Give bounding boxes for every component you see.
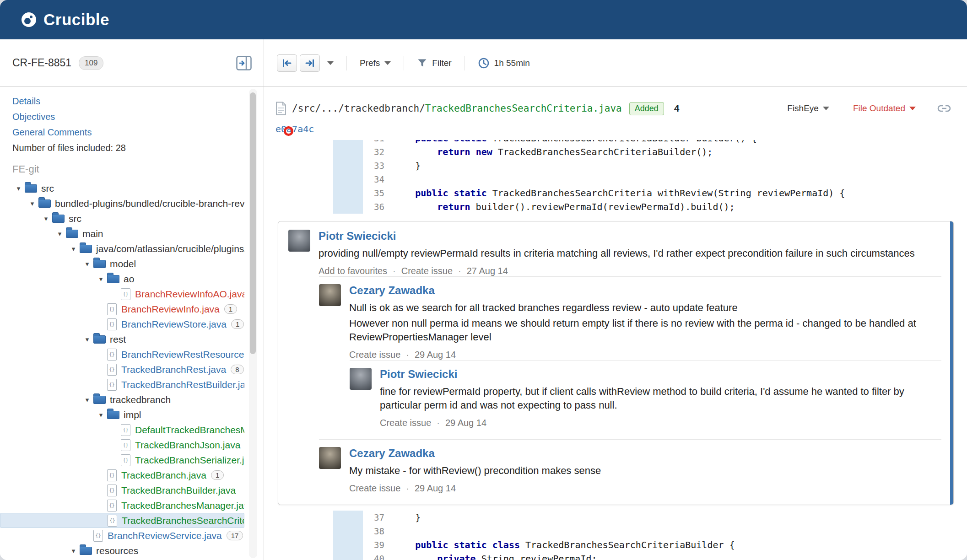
line-number[interactable]: 34: [363, 172, 389, 186]
code-line: 31 public static TrackedBranchesSearchCr…: [270, 140, 961, 145]
tree-item-folder[interactable]: ▾ao: [0, 271, 244, 286]
expander-icon[interactable]: ▾: [67, 547, 80, 555]
sidebar-scrollbar-thumb[interactable]: [250, 92, 256, 354]
line-number[interactable]: 36: [363, 200, 389, 214]
comment-header: Piotr Swiecickiproviding null/empty revi…: [288, 230, 941, 276]
tree-item-folder[interactable]: ▾rest: [0, 332, 244, 347]
file-icon: {}: [107, 364, 117, 376]
tree-item-file[interactable]: {}TrackedBranchRestBuilder.jav: [0, 377, 244, 392]
tree-item-folder[interactable]: ▾java/com/atlassian/crucible/plugins/br: [0, 241, 244, 256]
tree-item-file[interactable]: {}TrackedBranchRest.java8: [0, 362, 244, 377]
crucible-logo-icon: [20, 11, 38, 28]
line-number[interactable]: 40: [363, 552, 389, 560]
comment-action-add-to-favourites[interactable]: Add to favourites: [319, 266, 387, 276]
tree-item-file[interactable]: {}TrackedBranchJson.java: [0, 437, 244, 452]
tree-item-file[interactable]: {}TrackedBranch.java1: [0, 468, 244, 483]
tree-item-folder[interactable]: ▾bundled-plugins/bundled/crucible-branch…: [0, 196, 244, 211]
fisheye-dropdown[interactable]: FishEye: [787, 103, 829, 113]
crucible-window: Crucible CR-FE-8851 109 Prefs: [0, 0, 967, 560]
tree-item-label: TrackedBranch.java: [121, 470, 206, 481]
tree-item-folder[interactable]: ▾main: [0, 226, 244, 241]
comment-footer: Add to favourites·Create issue·27 Aug 14: [319, 266, 941, 276]
line-number[interactable]: 33: [363, 159, 389, 172]
comment-action-create-issue[interactable]: Create issue: [380, 418, 431, 428]
comment-action-create-issue[interactable]: Create issue: [349, 483, 400, 494]
review-count-badge: 109: [79, 56, 103, 70]
comment-count-badge: 8: [231, 365, 243, 374]
comment-action-create-issue[interactable]: Create issue: [401, 266, 453, 276]
tree-item-folder[interactable]: ▾model: [0, 256, 244, 271]
comment-body: Null is ok as we search for all tracked …: [349, 301, 941, 344]
code-gutter: [270, 552, 333, 560]
tree-item-folder[interactable]: ▾resources: [0, 543, 244, 558]
code-text: private String reviewPermaId;: [389, 552, 597, 560]
filter-button[interactable]: Filter: [417, 58, 451, 68]
line-number[interactable]: 31: [363, 140, 389, 145]
tree-item-file[interactable]: {}BranchReviewInfoAO.java: [0, 286, 244, 302]
line-number[interactable]: 32: [363, 145, 389, 159]
red-circle-annotation: [284, 126, 293, 136]
code-text: return new TrackedBranchesSearchCriteria…: [389, 145, 713, 159]
collapse-sidebar-button[interactable]: [236, 56, 252, 70]
tree-item-file[interactable]: {}: [0, 558, 244, 560]
tree-item-folder[interactable]: ▾src: [0, 181, 244, 196]
sidebar-link-general-comments[interactable]: General Comments: [12, 124, 264, 140]
comment-count-badge: 17: [227, 531, 243, 540]
tree-item-file[interactable]: {}BranchReviewRestResource.ja: [0, 347, 244, 362]
comment-author[interactable]: Cezary Zawadka: [349, 447, 941, 460]
comment-author[interactable]: Cezary Zawadka: [349, 284, 941, 297]
sidebar-link-details[interactable]: Details: [12, 93, 264, 109]
comment-content: Piotr Swiecickiproviding null/empty revi…: [319, 230, 941, 276]
sidebar-link-objectives[interactable]: Objectives: [12, 109, 264, 124]
comment-body: My mistake - for withReview() preconditi…: [349, 464, 941, 478]
tree-item-file[interactable]: {}TrackedBranchBuilder.java: [0, 483, 244, 498]
code-gutter-highlight: [333, 159, 363, 172]
tree-item-file[interactable]: {}TrackedBranchesManager.jav: [0, 498, 244, 513]
expander-icon[interactable]: ▾: [81, 260, 93, 268]
line-number[interactable]: 37: [363, 511, 389, 524]
file-icon: {}: [107, 469, 117, 481]
tree-item-file[interactable]: {}TrackedBranchSerializer.jav: [0, 452, 244, 468]
expander-icon[interactable]: ▾: [81, 335, 93, 344]
permalink-icon[interactable]: [937, 103, 951, 114]
review-header: CR-FE-8851 109: [0, 39, 264, 86]
tree-item-file[interactable]: {}BranchReviewStore.java1: [0, 317, 244, 332]
comment-author[interactable]: Piotr Swiecicki: [319, 230, 941, 242]
funnel-icon: [417, 58, 427, 68]
tree-item-file[interactable]: {}DefaultTrackedBranchesMa: [0, 422, 244, 437]
expander-icon[interactable]: ▾: [12, 184, 25, 193]
code-text: [389, 172, 393, 186]
tree-item-label: bundled-plugins/bundled/crucible-branch-…: [55, 198, 244, 209]
expander-icon[interactable]: ▾: [54, 230, 66, 238]
code-text: }: [389, 159, 421, 172]
tree-item-folder[interactable]: ▾impl: [0, 407, 244, 422]
file-outdated-dropdown[interactable]: File Outdated: [853, 103, 916, 113]
tree-item-file[interactable]: {}TrackedBranchesSearchCriteri: [0, 513, 244, 528]
tree-item-folder[interactable]: ▾src: [0, 211, 244, 226]
expander-icon[interactable]: ▾: [95, 275, 107, 283]
crucible-logo[interactable]: Crucible: [20, 11, 109, 29]
line-number[interactable]: 38: [363, 524, 389, 538]
commit-hash-link[interactable]: e0a7a4c: [276, 124, 314, 135]
tree-item-folder[interactable]: ▾trackedbranch: [0, 392, 244, 407]
separator-dot: ·: [406, 483, 409, 494]
file-tree: ▾src▾bundled-plugins/bundled/crucible-br…: [0, 181, 264, 560]
expander-icon[interactable]: ▾: [95, 411, 107, 419]
expander-icon[interactable]: ▾: [67, 245, 80, 253]
expander-icon[interactable]: ▾: [81, 396, 93, 404]
prev-file-button[interactable]: [277, 54, 297, 72]
tree-item-file[interactable]: {}BranchReviewService.java17: [0, 528, 244, 543]
line-number[interactable]: 39: [363, 538, 389, 552]
comment-action-create-issue[interactable]: Create issue: [349, 350, 400, 360]
comment-author[interactable]: Piotr Swiecicki: [380, 368, 941, 381]
prefs-dropdown[interactable]: Prefs: [360, 58, 391, 68]
expander-icon[interactable]: ▾: [40, 215, 52, 223]
review-time[interactable]: 1h 55min: [478, 57, 530, 69]
file-nav-dropdown-caret[interactable]: [327, 61, 334, 65]
line-number[interactable]: 35: [363, 186, 389, 200]
expander-icon[interactable]: ▾: [26, 199, 38, 208]
code-line: 35 public static TrackedBranchesSearchCr…: [270, 186, 961, 200]
tree-item-label: DefaultTrackedBranchesMa: [135, 425, 244, 436]
tree-item-file[interactable]: {}BranchReviewInfo.java1: [0, 302, 244, 317]
next-file-button[interactable]: [300, 54, 320, 72]
